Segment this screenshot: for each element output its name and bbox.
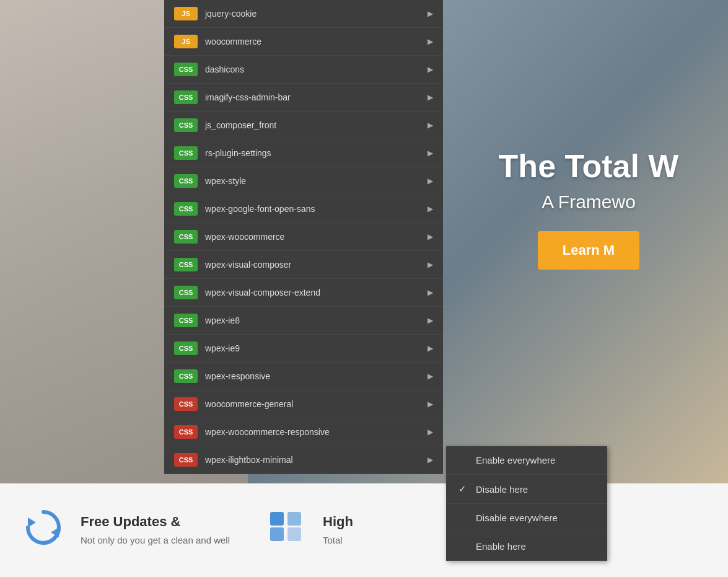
- menu-item[interactable]: CSSrs-plugin-settings▶: [164, 139, 443, 167]
- menu-item[interactable]: CSSwpex-ilightbox-minimal▶: [164, 446, 443, 474]
- submenu-arrow-icon: ▶: [428, 177, 433, 185]
- type-badge: CSS: [174, 453, 198, 467]
- type-badge: CSS: [174, 286, 198, 299]
- menu-item[interactable]: CSSwoocommerce-general▶: [164, 390, 443, 418]
- menu-item-label: wpex-woocommerce: [205, 232, 428, 242]
- menu-item[interactable]: JSwoocommerce▶: [164, 28, 443, 56]
- refresh-icon: [25, 509, 68, 552]
- submenu-item[interactable]: Enable everywhere: [446, 446, 607, 475]
- submenu-item[interactable]: Enable here: [446, 532, 607, 561]
- menu-item[interactable]: CSSimagify-css-admin-bar▶: [164, 84, 443, 112]
- menu-item-label: woocommerce: [205, 37, 428, 46]
- feature-updates-title: Free Updates &: [81, 514, 230, 530]
- feature-high: High Total: [267, 509, 353, 552]
- menu-item[interactable]: CSSwpex-woocommerce▶: [164, 223, 443, 251]
- type-badge: CSS: [174, 230, 198, 244]
- checkmark-icon: ✓: [458, 483, 471, 495]
- menu-item-label: wpex-google-font-open-sans: [205, 204, 428, 214]
- menu-item[interactable]: CSSwpex-visual-composer▶: [164, 251, 443, 279]
- type-badge: CSS: [174, 174, 198, 188]
- type-badge: CSS: [174, 397, 198, 411]
- submenu-arrow-icon: ▶: [428, 93, 433, 102]
- type-badge: CSS: [174, 258, 198, 271]
- feature-updates-text: Free Updates & Not only do you get a cle…: [81, 514, 230, 547]
- type-badge: CSS: [174, 118, 198, 132]
- menu-item-label: wpex-woocommerce-responsive: [205, 427, 428, 437]
- menu-item-label: dashicons: [205, 64, 428, 74]
- submenu-arrow-icon: ▶: [428, 121, 433, 130]
- menu-item-label: jquery-cookie: [205, 9, 428, 19]
- submenu-arrow-icon: ▶: [428, 149, 433, 157]
- submenu-arrow-icon: ▶: [428, 37, 433, 46]
- menu-item[interactable]: CSSwpex-google-font-open-sans▶: [164, 195, 443, 223]
- type-badge: CSS: [174, 341, 198, 355]
- feature-high-title: High: [323, 514, 353, 530]
- submenu-arrow-icon: ▶: [428, 344, 433, 353]
- hero-subtitle: A Framewo: [474, 192, 703, 213]
- submenu-arrow-icon: ▶: [428, 260, 433, 269]
- feature-high-text: High Total: [323, 514, 353, 547]
- type-badge: CSS: [174, 314, 198, 327]
- menu-item[interactable]: CSSwpex-ie9▶: [164, 335, 443, 363]
- svg-rect-2: [287, 512, 301, 526]
- menu-item-label: wpex-responsive: [205, 371, 428, 381]
- menu-item-label: wpex-visual-composer-extend: [205, 288, 428, 297]
- submenu-arrow-icon: ▶: [428, 65, 433, 74]
- hero-title: The Total W: [474, 149, 703, 184]
- submenu-item-label: Enable here: [476, 541, 526, 552]
- submenu-arrow-icon: ▶: [428, 456, 433, 464]
- menu-item[interactable]: CSSwpex-visual-composer-extend▶: [164, 279, 443, 307]
- type-badge: CSS: [174, 425, 198, 439]
- menu-item[interactable]: CSSwpex-style▶: [164, 167, 443, 195]
- submenu-arrow-icon: ▶: [428, 9, 433, 18]
- type-badge: CSS: [174, 202, 198, 216]
- menu-item-label: rs-plugin-settings: [205, 148, 428, 158]
- type-badge: JS: [174, 7, 198, 20]
- submenu-item[interactable]: Disable everywhere: [446, 504, 607, 532]
- submenu-arrow-icon: ▶: [428, 205, 433, 213]
- boxes-icon: [267, 509, 310, 552]
- type-badge: CSS: [174, 369, 198, 383]
- submenu-item-label: Enable everywhere: [476, 455, 555, 465]
- menu-item-label: imagify-css-admin-bar: [205, 92, 428, 102]
- feature-high-desc: Total: [323, 534, 353, 547]
- submenu-item-label: Disable here: [476, 484, 528, 495]
- type-badge: CSS: [174, 146, 198, 160]
- hero-text-area: The Total W A Framewo Learn M: [449, 124, 728, 294]
- menu-item-label: wpex-visual-composer: [205, 260, 428, 270]
- menu-item-label: js_composer_front: [205, 120, 428, 130]
- bottom-features: Free Updates & Not only do you get a cle…: [0, 483, 728, 577]
- menu-item-label: wpex-ie8: [205, 315, 428, 325]
- menu-item-label: wpex-ie9: [205, 343, 428, 353]
- menu-item[interactable]: CSSwpex-woocommerce-responsive▶: [164, 418, 443, 446]
- menu-item-label: woocommerce-general: [205, 399, 428, 409]
- submenu-arrow-icon: ▶: [428, 428, 433, 436]
- submenu-arrow-icon: ▶: [428, 372, 433, 381]
- submenu: Enable everywhere✓Disable hereDisable ev…: [446, 446, 607, 561]
- type-badge: CSS: [174, 63, 198, 76]
- feature-updates: Free Updates & Not only do you get a cle…: [25, 509, 230, 552]
- submenu-item[interactable]: ✓Disable here: [446, 475, 607, 504]
- svg-rect-1: [270, 512, 284, 526]
- type-badge: CSS: [174, 90, 198, 104]
- submenu-arrow-icon: ▶: [428, 232, 433, 241]
- menu-item[interactable]: CSSwpex-ie8▶: [164, 307, 443, 335]
- submenu-arrow-icon: ▶: [428, 316, 433, 325]
- menu-item[interactable]: JSjquery-cookie▶: [164, 0, 443, 28]
- menu-item[interactable]: CSSwpex-responsive▶: [164, 363, 443, 390]
- dropdown-menu: JSjquery-cookie▶JSwoocommerce▶CSSdashico…: [164, 0, 443, 474]
- submenu-item-label: Disable everywhere: [476, 513, 558, 523]
- svg-rect-3: [287, 527, 301, 541]
- menu-item[interactable]: CSSdashicons▶: [164, 56, 443, 84]
- menu-item-label: wpex-ilightbox-minimal: [205, 455, 428, 465]
- submenu-arrow-icon: ▶: [428, 288, 433, 297]
- learn-more-button[interactable]: Learn M: [538, 231, 639, 270]
- menu-item[interactable]: CSSjs_composer_front▶: [164, 112, 443, 139]
- type-badge: JS: [174, 35, 198, 48]
- menu-item-label: wpex-style: [205, 176, 428, 186]
- feature-updates-desc: Not only do you get a clean and well: [81, 534, 230, 547]
- svg-rect-0: [270, 527, 284, 541]
- submenu-arrow-icon: ▶: [428, 400, 433, 408]
